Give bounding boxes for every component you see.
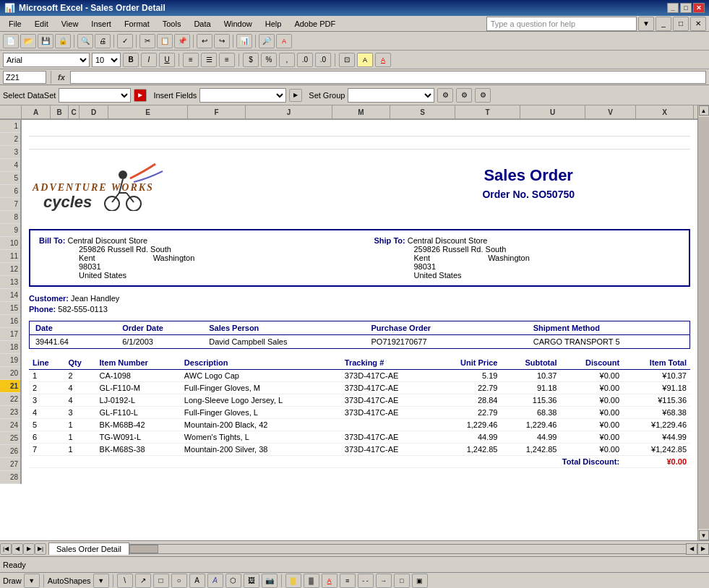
arrow-style-btn[interactable]: → [376,574,392,588]
draw-diagram[interactable]: ⬡ [225,574,241,588]
align-right[interactable]: ≡ [219,53,235,67]
print-button[interactable]: 🖨 [95,34,111,48]
h-scroll-track[interactable] [129,544,686,554]
draw-line[interactable]: \ [117,574,133,588]
comma-button[interactable]: , [279,53,295,67]
scroll-track[interactable] [698,117,709,529]
cell-discount: ¥0.00 [560,370,623,382]
draw-clipart[interactable]: 🖼 [244,574,259,588]
scroll-down[interactable]: ▼ [699,530,709,540]
name-box[interactable]: Z21 [3,71,46,84]
redo-button[interactable]: ↪ [214,34,230,48]
group-select[interactable] [348,88,434,103]
menu-format[interactable]: Format [119,18,155,30]
draw-oval[interactable]: ○ [171,574,187,588]
help-dropdown[interactable]: ▼ [638,17,654,31]
menu-tools[interactable]: Tools [157,18,187,30]
underline-button[interactable]: U [159,53,175,67]
sep-font-2 [239,53,239,66]
row-num-8: 8 [0,211,20,224]
3d-btn[interactable]: ▣ [412,574,428,588]
currency-button[interactable]: $ [243,53,259,67]
increase-decimal[interactable]: .0 [297,53,313,67]
font-name-select[interactable]: Arial [3,53,90,67]
h-scroll-right[interactable]: ▶ [697,543,709,555]
color-button[interactable]: A [276,34,292,48]
fill-color-btn[interactable]: ▓ [285,574,301,588]
permission-button[interactable]: 🔒 [55,34,71,48]
fields-btn[interactable]: ▶ [289,89,302,102]
status-ready: Ready [3,561,26,569]
copy-button[interactable]: 📋 [157,34,173,48]
align-left[interactable]: ≡ [183,53,199,67]
menu-window[interactable]: Window [218,18,258,30]
tab-scroll-left-end[interactable]: |◀ [0,543,12,555]
scroll-up[interactable]: ▲ [699,105,709,116]
dash-style-btn[interactable]: - - [358,574,374,588]
formula-input[interactable] [70,71,706,84]
fields-select[interactable] [199,88,286,103]
cell-item-total: ¥44.99 [623,431,690,444]
sheet-content[interactable]: A B C D E F J M S T U V X 1 2 3 [0,105,697,540]
save-button[interactable]: 💾 [38,34,53,48]
percent-button[interactable]: % [261,53,277,67]
tab-scroll-right-end[interactable]: ▶| [35,543,46,555]
italic-button[interactable]: I [141,53,157,67]
border-button[interactable]: ⊡ [339,53,355,67]
draw-menu-btn[interactable]: ▼ [24,574,40,588]
draw-arrow[interactable]: ↗ [135,574,151,588]
chart-button[interactable]: 📊 [236,34,252,48]
menu-view[interactable]: View [56,18,85,30]
zoom-button[interactable]: 🔎 [259,34,275,48]
decrease-decimal[interactable]: .0 [315,53,331,67]
shadow-btn[interactable]: □ [394,574,410,588]
autoshapes-btn[interactable]: ▼ [93,574,109,588]
fx-button[interactable]: fx [56,73,67,82]
spell-check[interactable]: ✓ [117,34,133,48]
menu-data[interactable]: Data [188,18,216,30]
close-app[interactable]: ✕ [690,17,706,31]
tab-scroll-left[interactable]: ◀ [12,543,23,555]
cell-tracking: 373D-417C-AE [341,370,434,382]
fill-color[interactable]: A [357,53,373,67]
paste-button[interactable]: 📌 [174,34,190,48]
bold-button[interactable]: B [123,53,139,67]
cell-tracking: 373D-417C-AE [341,407,434,419]
cut-button[interactable]: ✂ [139,34,155,48]
draw-rect[interactable]: □ [153,574,169,588]
help-search[interactable]: Type a question for help [486,17,637,31]
draw-wordart[interactable]: A [207,574,223,588]
minimize-app[interactable]: _ [656,17,671,31]
menu-insert[interactable]: Insert [85,18,117,30]
minimize-button[interactable]: _ [667,3,679,13]
open-button[interactable]: 📂 [20,34,36,48]
draw-image[interactable]: 📷 [262,574,278,588]
font-color-btn[interactable]: A [322,574,338,588]
h-scroll-thumb[interactable] [129,545,158,553]
dataset-select[interactable] [59,88,131,103]
sheet-tab-sales-order[interactable]: Sales Order Detail [48,542,129,555]
menu-help[interactable]: Help [259,18,288,30]
group-btn1[interactable]: ⚙ [437,88,453,103]
group-btn2[interactable]: ⚙ [456,88,472,103]
menu-file[interactable]: File [3,18,27,30]
menu-adobe-pdf[interactable]: Adobe PDF [288,18,341,30]
font-size-select[interactable]: 10 [92,53,121,67]
font-color[interactable]: A [375,53,391,67]
run-report-button[interactable]: ▶ [134,89,147,102]
new-button[interactable]: 📄 [3,34,19,48]
align-center[interactable]: ☰ [201,53,217,67]
menu-edit[interactable]: Edit [29,18,54,30]
h-scroll-left[interactable]: ◀ [686,543,697,555]
print-preview[interactable]: 🔍 [77,34,93,48]
line-style-btn[interactable]: ≡ [340,574,356,588]
tab-scroll-right[interactable]: ▶ [23,543,35,555]
line-color-btn[interactable]: ▓ [304,574,319,588]
group-btn3[interactable]: ⚙ [475,88,491,103]
draw-textbox[interactable]: A [189,574,205,588]
col-header-u: U [520,105,585,118]
undo-button[interactable]: ↩ [197,34,212,48]
restore-app[interactable]: □ [673,17,689,31]
close-button[interactable]: ✕ [693,3,705,13]
maximize-button[interactable]: □ [680,3,692,13]
